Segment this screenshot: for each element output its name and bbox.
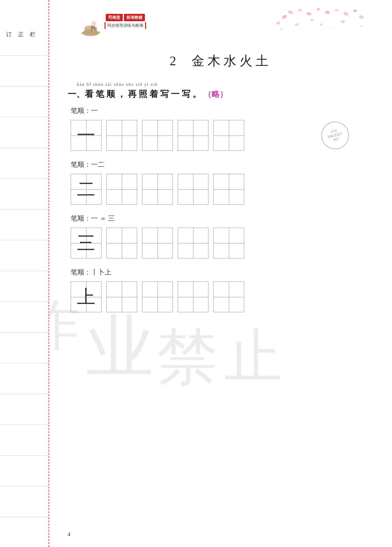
- char-box-empty: [178, 120, 208, 151]
- sidebar-line: [0, 178, 49, 179]
- stump-illustration: [77, 11, 105, 38]
- watermark-3: 禁: [157, 316, 218, 399]
- stamp-text: 作业答案是孩子禁止: [326, 127, 344, 144]
- sidebar-line: [0, 55, 49, 56]
- logo-brand: 司南堂: [106, 14, 123, 21]
- char-box-empty: [213, 120, 244, 151]
- sidebar-line: [0, 455, 49, 456]
- svg-point-5: [325, 10, 330, 14]
- stroke-section-san: 笔顺：一 ＝ 三 三: [68, 214, 374, 258]
- section1-note: （略）: [204, 89, 228, 100]
- sidebar-line: [0, 332, 49, 333]
- logo-subtitle: 同步指导训练与检测: [105, 22, 146, 29]
- char-box-empty: [142, 228, 173, 258]
- svg-point-12: [340, 20, 345, 23]
- sidebar-line: [0, 86, 49, 86]
- sidebar-line: [0, 517, 49, 517]
- stroke-section-shang: 笔顺：丨卜上 上: [68, 268, 374, 312]
- stroke-label-er: 笔顺：一二: [71, 160, 374, 169]
- char-yi: 一: [77, 123, 95, 148]
- chapter-text: 金木水火土: [192, 54, 271, 68]
- sidebar-lines: [0, 0, 49, 547]
- chapter-title: 2 金木水火土: [68, 52, 374, 70]
- stroke-section-er: 笔顺：一二 二: [68, 160, 374, 205]
- sidebar-line: [0, 271, 49, 271]
- svg-point-16: [333, 27, 334, 28]
- sidebar-line: [0, 117, 49, 117]
- char-box-empty: [213, 281, 244, 312]
- stroke-label-yi: 笔顺：一: [71, 106, 374, 115]
- svg-point-2: [297, 9, 302, 12]
- section1-pinyin: kàn bǐ shùn zài zhào zhe xiě yì xiě: [77, 82, 374, 87]
- char-box-empty: [106, 281, 137, 312]
- sidebar-line: [0, 394, 49, 394]
- sidebar-line: [0, 148, 49, 148]
- svg-point-8: [353, 9, 357, 12]
- char-box-empty: [213, 174, 244, 205]
- sidebar-line: [0, 240, 49, 240]
- sidebar-line: [0, 363, 49, 363]
- content-wrapper: 司南堂 标准教辅 同步指导训练与检测 2 金木水火土 kàn bǐ shùn z…: [68, 6, 374, 312]
- svg-point-7: [343, 11, 349, 17]
- svg-point-21: [91, 21, 96, 26]
- svg-point-14: [295, 23, 299, 26]
- stroke-section-yi: 作业答案是孩子禁止 笔顺：一 一: [68, 106, 374, 151]
- section1-title: 一、 看 笔 顺 ， 再 照 着 写 一 写 。 （略）: [68, 88, 374, 100]
- section1-text: 看 笔 顺 ， 再 照 着 写 一 写 。: [85, 88, 201, 100]
- sidebar-line: [0, 486, 49, 486]
- watermark-4: 止: [224, 317, 283, 396]
- char-box-empty: [142, 120, 173, 151]
- char-box-empty: [106, 174, 137, 205]
- svg-point-6: [334, 8, 339, 12]
- char-box-empty: [106, 120, 137, 151]
- stroke-boxes-san: 三: [71, 228, 374, 258]
- sidebar-line: [0, 425, 49, 425]
- svg-point-1: [287, 10, 294, 15]
- char-box-empty: [178, 281, 208, 312]
- char-box-empty: [106, 228, 137, 258]
- char-box-empty: [178, 174, 208, 205]
- char-box-empty: [178, 228, 208, 258]
- svg-point-4: [316, 8, 320, 11]
- char-box: 一: [71, 120, 101, 151]
- char-shang: 上: [77, 285, 95, 309]
- svg-point-0: [282, 14, 287, 20]
- page: 订 正 栏 作 业 禁 止: [0, 0, 392, 547]
- svg-point-11: [310, 18, 314, 22]
- page-number: 4: [68, 531, 70, 538]
- svg-point-9: [358, 15, 364, 19]
- decorative-flowers: [266, 8, 364, 42]
- header-logo: 司南堂 标准教辅 同步指导训练与检测: [105, 14, 146, 29]
- stroke-label-shang: 笔顺：丨卜上: [71, 268, 374, 277]
- chapter-number: 2: [170, 54, 179, 68]
- char-box: 上: [71, 281, 101, 312]
- watermark-2: 业: [86, 302, 154, 393]
- svg-point-10: [276, 21, 281, 25]
- stroke-label-san: 笔顺：一 ＝ 三: [71, 214, 374, 223]
- char-box-empty: [142, 174, 173, 205]
- section1-number: 一、: [68, 88, 85, 100]
- char-box-empty: [142, 281, 173, 312]
- svg-point-3: [306, 12, 312, 16]
- svg-point-17: [360, 25, 362, 27]
- stroke-boxes-shang: 上: [71, 281, 374, 312]
- char-box-empty: [213, 228, 244, 258]
- char-box: 三: [71, 228, 101, 258]
- sidebar-line: [0, 209, 49, 210]
- sidebar: 订 正 栏: [0, 0, 49, 547]
- logo-main: 标准教辅: [124, 14, 145, 21]
- char-box: 二: [71, 174, 101, 205]
- char-san: 三: [77, 231, 95, 256]
- char-er: 二: [77, 177, 95, 202]
- section1-header: kàn bǐ shùn zài zhào zhe xiě yì xiě 一、 看…: [68, 82, 374, 100]
- svg-point-15: [280, 28, 282, 30]
- main-content: 作 业 禁 止: [49, 0, 392, 547]
- sidebar-line: [0, 301, 49, 302]
- header: 司南堂 标准教辅 同步指导训练与检测: [68, 6, 374, 43]
- svg-point-13: [319, 23, 323, 26]
- stroke-boxes-er: 二: [71, 174, 374, 205]
